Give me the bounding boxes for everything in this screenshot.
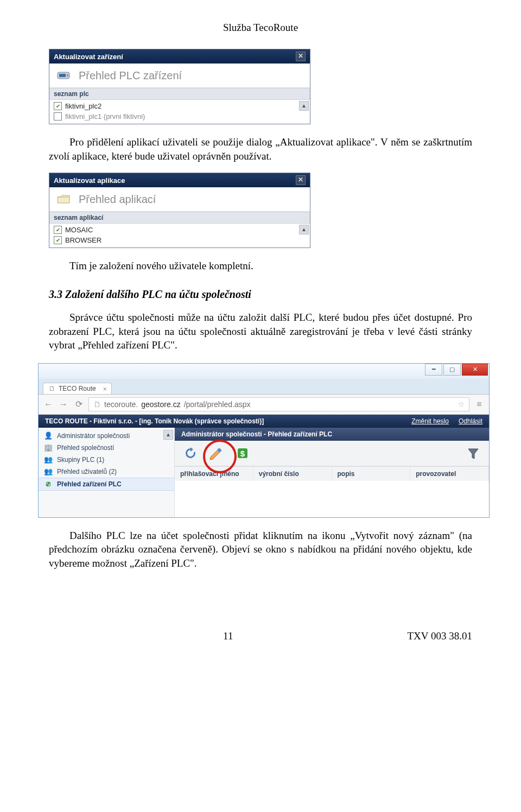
sidebar-item-label: Přehled společností xyxy=(57,444,114,452)
plc-icon: ⎚ xyxy=(44,480,53,489)
dialog-titlebar: Aktualizovat aplikace ✕ xyxy=(49,173,310,187)
sidebar-item-label: Přehled uživatelů (2) xyxy=(57,468,117,475)
group-icon: 👥 xyxy=(44,455,53,464)
checkbox-icon[interactable]: ✔ xyxy=(54,236,62,244)
menu-button[interactable]: ≡ xyxy=(474,399,485,410)
filter-button[interactable] xyxy=(464,444,482,462)
list-item[interactable]: fiktivni_plc1 (prvni fiktivni) xyxy=(49,111,310,122)
dialog-subtitle: Přehled PLC zařízení xyxy=(79,69,182,82)
list-item-label: MOSAIC xyxy=(65,226,93,234)
close-window-button[interactable]: ✕ xyxy=(462,364,488,376)
url-input[interactable]: 🗋 tecoroute.geostore.cz/portal/prehled.a… xyxy=(88,397,469,411)
paragraph: Tím je založení nového uživatele komplet… xyxy=(49,259,472,273)
plc-list: ▲ ✔ fiktivni_plc2 fiktivni_plc1 (prvni f… xyxy=(49,100,310,124)
scroll-up-icon[interactable]: ▲ xyxy=(163,430,173,440)
sidebar-item-label: Přehled zařízení PLC xyxy=(57,480,122,488)
dialog-subtitle: Přehled aplikací xyxy=(79,193,156,206)
grid-header: přihlašovací jméno výrobní číslo popis p… xyxy=(175,466,489,481)
site-icon: 🗋 xyxy=(93,400,101,409)
dialog-titlebar: Aktualizovat zařízení ✕ xyxy=(49,49,310,64)
sidebar-item-label: Administrátor společnosti xyxy=(57,432,130,440)
create-new-button[interactable] xyxy=(207,444,226,462)
main-title: Administrátor společnosti - Přehled zaří… xyxy=(175,428,489,441)
change-password-link[interactable]: Změnit heslo xyxy=(411,417,449,425)
page-header: Služba TecoRoute xyxy=(49,22,472,34)
window-caption-bar: ━ ▢ ✕ xyxy=(39,364,489,379)
forward-button[interactable]: → xyxy=(58,399,69,410)
list-item-label: fiktivni_plc2 xyxy=(65,102,101,110)
dialog-title: Aktualizovat zařízení xyxy=(54,53,123,61)
minimize-button[interactable]: ━ xyxy=(425,364,442,376)
billing-button[interactable]: $ xyxy=(233,444,252,462)
bookmark-star-icon[interactable]: ☆ xyxy=(458,399,465,409)
paragraph: Pro přidělení aplikací uživateli se použ… xyxy=(49,135,472,163)
section-label: seznam plc xyxy=(49,88,310,100)
browser-window: ━ ▢ ✕ 🗋 TECO Route × ← → ⟳ 🗋 tecoroute.g… xyxy=(38,363,490,518)
sidebar-item-users[interactable]: 👥 Přehled uživatelů (2) xyxy=(39,466,174,478)
page-icon: 🗋 xyxy=(49,385,55,392)
company-icon: 🏢 xyxy=(44,443,53,452)
scroll-up-icon[interactable]: ▲ xyxy=(299,225,309,234)
svg-rect-2 xyxy=(67,74,68,77)
page-number: 11 xyxy=(223,630,233,642)
url-prefix: tecoroute. xyxy=(104,400,138,409)
sidebar: ▲ 👤 Administrátor společnosti 🏢 Přehled … xyxy=(39,428,175,517)
plc-device-icon xyxy=(55,68,73,83)
main-panel: Administrátor společnosti - Přehled zaří… xyxy=(175,428,489,517)
svg-text:$: $ xyxy=(240,449,245,458)
back-button[interactable]: ← xyxy=(43,399,54,410)
section-heading: 3.3 Založení dalšího PLC na účtu společn… xyxy=(49,288,472,301)
doc-id: TXV 003 38.01 xyxy=(408,630,472,642)
admin-icon: 👤 xyxy=(44,432,53,440)
paragraph: Dalšího PLC lze na účet společnosti přid… xyxy=(49,529,472,570)
url-host: geostore.cz xyxy=(141,400,180,409)
section-label: seznam aplikací xyxy=(49,212,310,224)
folder-icon xyxy=(55,192,73,207)
logout-link[interactable]: Odhlásit xyxy=(459,417,482,425)
apps-list: ▲ ✔ MOSAIC ✔ BROWSER xyxy=(49,224,310,248)
scroll-up-icon[interactable]: ▲ xyxy=(299,101,309,111)
dialog-subheader: Přehled PLC zařízení xyxy=(49,64,310,88)
users-icon: 👥 xyxy=(44,467,53,476)
app-header: TECO ROUTE - Fiktivni s.r.o. - [ing. Ton… xyxy=(39,415,489,428)
close-tab-icon[interactable]: × xyxy=(103,385,107,393)
app-title: TECO ROUTE - Fiktivni s.r.o. - [ing. Ton… xyxy=(45,417,264,425)
address-bar: ← → ⟳ 🗋 tecoroute.geostore.cz/portal/pre… xyxy=(39,395,489,415)
maximize-button[interactable]: ▢ xyxy=(443,364,461,376)
tab-strip: 🗋 TECO Route × xyxy=(39,379,489,395)
dialog-subheader: Přehled aplikací xyxy=(49,187,310,212)
column-desc[interactable]: popis xyxy=(332,467,411,481)
column-serial[interactable]: výrobní číslo xyxy=(253,467,332,481)
paragraph: Správce účtu společnosti může na účtu za… xyxy=(49,310,472,352)
checkbox-icon[interactable]: ✔ xyxy=(54,226,62,234)
dialog-update-devices: Aktualizovat zařízení ✕ Přehled PLC zaří… xyxy=(49,49,310,124)
sidebar-item-admin[interactable]: 👤 Administrátor společnosti xyxy=(39,430,174,442)
column-login[interactable]: přihlašovací jméno xyxy=(175,467,253,481)
tab-title: TECO Route xyxy=(59,385,96,392)
close-icon[interactable]: ✕ xyxy=(296,175,306,185)
list-item[interactable]: ✔ BROWSER xyxy=(49,235,310,245)
browser-tab[interactable]: 🗋 TECO Route × xyxy=(43,383,112,394)
sidebar-item-plc-groups[interactable]: 👥 Skupiny PLC (1) xyxy=(39,454,174,466)
list-item-label: fiktivni_plc1 (prvni fiktivni) xyxy=(65,112,145,120)
reload-button[interactable]: ⟳ xyxy=(73,399,84,410)
close-icon[interactable]: ✕ xyxy=(296,52,306,61)
column-operator[interactable]: provozovatel xyxy=(410,467,489,481)
list-item[interactable]: ✔ fiktivni_plc2 xyxy=(49,101,310,111)
checkbox-icon[interactable] xyxy=(54,112,62,120)
refresh-button[interactable] xyxy=(181,444,200,462)
checkbox-icon[interactable]: ✔ xyxy=(54,102,62,110)
page-footer: 11 TXV 003 38.01 xyxy=(49,630,472,642)
sidebar-item-plc-devices[interactable]: ⎚ Přehled zařízení PLC xyxy=(39,478,174,491)
list-item[interactable]: ✔ MOSAIC xyxy=(49,225,310,235)
svg-rect-1 xyxy=(59,74,66,77)
toolbar: $ xyxy=(175,441,489,466)
dialog-title: Aktualizovat aplikace xyxy=(54,176,125,185)
sidebar-item-label: Skupiny PLC (1) xyxy=(57,456,104,464)
list-item-label: BROWSER xyxy=(65,236,101,244)
sidebar-item-companies[interactable]: 🏢 Přehled společností xyxy=(39,442,174,454)
dialog-update-apps: Aktualizovat aplikace ✕ Přehled aplikací… xyxy=(49,173,310,248)
url-path: /portal/prehled.aspx xyxy=(184,400,251,409)
